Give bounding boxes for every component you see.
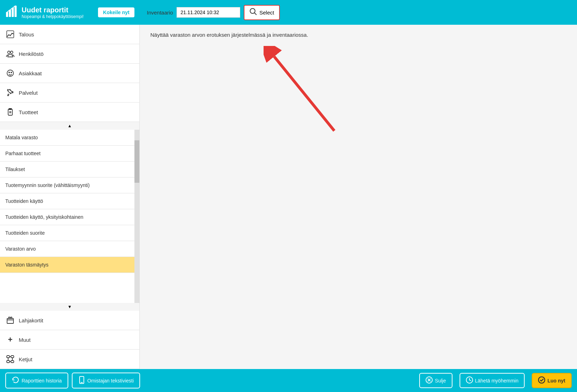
svg-rect-18 [7,356,10,358]
try-now-button[interactable]: Kokeile nyt [98,7,134,17]
muut-icon: + [5,335,15,345]
sidebar-item-label-lahjakortit: Lahjakortit [19,317,43,323]
scrollbar-track [134,130,139,303]
brand-title: Uudet raportit [22,6,83,14]
submenu-scroll-down[interactable]: ▼ [0,303,139,311]
henkilosto-icon [5,49,15,59]
scrollbar-thumb[interactable] [134,140,139,183]
sidebar-item-asiakkaat[interactable]: Asiakkaat [0,64,139,83]
sidebar: Talous Henkilöstö [0,25,140,369]
svg-line-5 [254,13,256,15]
history-label: Raporttien historia [22,378,62,384]
brand-text: Uudet raportit Nopeampi & helppokäyttöis… [22,6,83,19]
arrow-annotation [264,46,341,139]
submenu-item-varaston-arvo[interactable]: Varaston arvo [0,241,134,257]
svg-rect-19 [11,356,14,358]
select-button[interactable]: Select [244,5,280,20]
submenu-item-varaston-tasmays[interactable]: Varaston täsmäytys [0,257,134,273]
header-content: Inventaario Select [140,5,577,20]
svg-point-11 [11,72,12,73]
sidebar-item-tuotteet[interactable]: Tuotteet [0,103,139,122]
sidebar-item-label-henkilosto: Henkilöstö [19,51,44,57]
inventario-input[interactable] [177,7,240,18]
svg-rect-6 [7,31,14,38]
svg-rect-21 [11,361,14,363]
sidebar-item-palvelut[interactable]: Palvelut [0,83,139,103]
later-label: Lähetä myöhemmin [475,378,519,384]
later-button[interactable]: Lähetä myöhemmin [460,373,525,388]
brand-area: Uudet raportit Nopeampi & helppokäyttöis… [0,0,140,25]
svg-rect-2 [12,8,14,17]
svg-point-7 [8,51,10,54]
submenu-item-tuotteiden-suorite[interactable]: Tuotteiden suorite [0,225,134,241]
sms-icon [78,376,85,385]
close-button[interactable]: Sulje [419,373,452,388]
sms-button[interactable]: Omistajan tekstiviesti [72,373,140,388]
submenu-item-parhaat-tuotteet[interactable]: Parhaat tuotteet [0,146,134,162]
submenu-item-matala-varasto[interactable]: Matala varasto [0,130,134,146]
clock-icon [466,376,473,385]
history-icon [12,376,19,385]
svg-point-4 [250,8,255,13]
search-icon [249,8,257,17]
svg-point-10 [9,72,10,73]
create-label: Luo nyt [547,378,565,384]
content-description: Näyttää varaston arvon erotuksen järjest… [150,32,566,38]
sidebar-item-ketjut[interactable]: Ketjut [0,350,139,369]
brand-subtitle: Nopeampi & helppokäyttöisempi! [22,14,83,19]
svg-rect-16 [7,320,13,323]
sidebar-item-label-ketjut: Ketjut [19,356,32,362]
sms-label: Omistajan tekstiviesti [87,378,134,384]
svg-rect-0 [6,12,8,17]
sidebar-item-talous[interactable]: Talous [0,25,139,44]
sidebar-item-henkilosto[interactable]: Henkilöstö [0,44,139,64]
tuotteet-icon [5,107,15,117]
select-label: Select [259,10,274,16]
sidebar-item-label-tuotteet: Tuotteet [19,109,38,115]
svg-point-8 [11,51,13,54]
sidebar-item-label-muut: Muut [19,337,30,343]
svg-rect-20 [7,361,10,363]
palvelut-icon [5,88,15,98]
sidebar-item-label-talous: Talous [19,31,34,37]
close-label: Sulje [435,378,446,384]
brand-icon [5,5,18,20]
inventario-label: Inventaario [147,10,173,16]
submenu-item-tuotteiden-kaytto[interactable]: Tuotteiden käyttö [0,193,134,209]
content-area: Näyttää varaston arvon erotuksen järjest… [140,25,577,369]
submenu: ▲ Matala varasto Parhaat tuotteet Tilauk… [0,122,139,311]
bottom-right-buttons: Sulje Lähetä myöhemmin Luo nyt [419,373,572,388]
lahjakortit-icon [5,315,15,325]
sidebar-item-lahjakortit[interactable]: Lahjakortit [0,311,139,330]
svg-point-34 [538,377,545,383]
svg-rect-1 [9,10,11,17]
svg-rect-13 [8,109,12,115]
bottom-bar: Raporttien historia Omistajan tekstivies… [0,369,577,392]
submenu-item-tilaukset[interactable]: Tilaukset [0,162,134,177]
svg-line-27 [274,57,334,131]
header: Uudet raportit Nopeampi & helppokäyttöis… [0,0,577,25]
sidebar-item-label-asiakkaat: Asiakkaat [19,70,42,76]
main-layout: Talous Henkilöstö [0,25,577,369]
submenu-items: Matala varasto Parhaat tuotteet Tilaukse… [0,130,134,303]
sidebar-item-muut[interactable]: + Muut [0,330,139,350]
submenu-item-tuotteiden-kaytto-yks[interactable]: Tuotteiden käyttö, yksityiskohtainen [0,209,134,225]
submenu-scroll-up[interactable]: ▲ [0,122,139,130]
submenu-scroll-area: Matala varasto Parhaat tuotteet Tilaukse… [0,130,139,303]
ketjut-icon [5,354,15,364]
talous-icon [5,29,15,39]
history-button[interactable]: Raporttien historia [5,373,68,388]
checkmark-icon [538,376,545,385]
asiakkaat-icon [5,68,15,78]
create-button[interactable]: Luo nyt [532,373,572,388]
submenu-item-tuotemyynnin-suorite[interactable]: Tuotemyynnin suorite (vähittäismyynti) [0,177,134,193]
close-icon [426,376,433,385]
sidebar-item-label-palvelut: Palvelut [19,90,37,96]
svg-rect-3 [15,6,17,17]
